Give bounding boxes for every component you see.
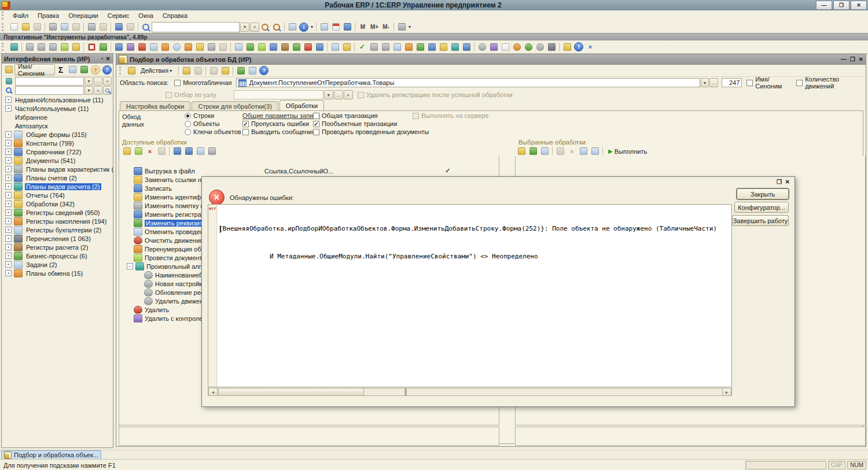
gear-orange-icon[interactable] <box>512 42 522 52</box>
sidebar-search-input[interactable] <box>15 86 84 95</box>
code-e-icon[interactable] <box>500 42 510 52</box>
post-posted-documents-checkbox[interactable]: Проводить проведенные документы <box>313 128 429 136</box>
window-edit-icon[interactable] <box>562 42 572 52</box>
search-clear-icon[interactable]: × <box>250 23 259 32</box>
scroll-splitter[interactable] <box>404 388 407 395</box>
tree-item-accum-registers[interactable]: +Регистры накопления (194) <box>2 217 113 225</box>
quick-search-input[interactable] <box>152 23 239 31</box>
filter-dropdown-icon[interactable]: ▾ <box>84 77 93 86</box>
import-icon[interactable] <box>208 66 219 76</box>
toolbar-grip[interactable] <box>2 23 6 31</box>
search-object-field[interactable]: Документ.ПоступлениеОтПереработчика.Това… <box>236 78 700 87</box>
menu-windows[interactable]: Окна <box>134 11 158 20</box>
minus-gray-icon[interactable] <box>218 42 228 52</box>
tree-item-tasks[interactable]: +Задачи (2) <box>2 260 113 269</box>
menu-file[interactable]: Файл <box>8 11 33 20</box>
print-preview-icon[interactable] <box>98 22 108 32</box>
form-settings-icon[interactable] <box>126 66 137 76</box>
quick-search-combobox[interactable] <box>152 22 240 32</box>
tree-item-recently-used[interactable]: +НедавноИспользованные (11) <box>2 95 113 104</box>
key-icon[interactable] <box>194 42 205 52</box>
add-setting-icon[interactable] <box>555 146 565 156</box>
toolbar-grip[interactable] <box>2 43 6 51</box>
delete-icon[interactable]: × <box>145 146 155 156</box>
help-orange-icon[interactable]: ? <box>90 65 101 75</box>
doc-help-icon[interactable]: ? <box>259 66 269 76</box>
tree-item-calc-registers[interactable]: +Регистры расчета (2) <box>2 243 113 251</box>
nodes-icon[interactable] <box>268 42 278 52</box>
gear-green-icon[interactable] <box>523 42 534 52</box>
close-button[interactable]: ✕ <box>851 1 867 10</box>
tree-item-calc-kinds[interactable]: +Планы видов расчета (2) <box>2 182 113 191</box>
check-settings-icon[interactable] <box>528 146 538 156</box>
new-document-icon[interactable] <box>9 22 19 32</box>
info-dropdown-icon[interactable]: ▾ <box>310 24 314 29</box>
name-synonym-checkbox[interactable]: Имя/Синоним <box>746 76 792 90</box>
save-icon[interactable] <box>156 146 167 156</box>
object-ellipsis-button[interactable]: … <box>709 78 718 87</box>
search-clear-icon[interactable]: × <box>94 86 102 95</box>
quit-button[interactable]: Завершить работу <box>732 215 789 226</box>
ruler-icon[interactable] <box>71 42 81 52</box>
node-filter-checkbox[interactable]: Отбор по узлу <box>165 91 216 98</box>
move-down-icon[interactable] <box>590 146 600 156</box>
sort-z-icon[interactable] <box>392 42 402 52</box>
name-synonym-toggle[interactable]: Имя/Синоним <box>14 64 55 75</box>
console-icon[interactable] <box>546 42 557 52</box>
tree-item-frequently-used[interactable]: +ЧастоИспользуемые (11) <box>2 104 113 113</box>
interface-panel-caption[interactable]: Интерфейсная панель (ИР) • ✕ <box>2 54 113 64</box>
pin-icon[interactable]: • <box>101 55 104 62</box>
info-icon[interactable]: i <box>299 22 309 32</box>
menu-operations[interactable]: Операции <box>64 11 102 20</box>
form-p-icon[interactable] <box>36 42 46 52</box>
tab-processings[interactable]: Обработки <box>279 100 324 111</box>
menu-help[interactable]: Справка <box>158 11 192 20</box>
tree-item-favorites[interactable]: Избранное <box>2 113 113 121</box>
undo-icon[interactable] <box>113 22 124 32</box>
save-settings-icon[interactable] <box>193 66 203 76</box>
brush-icon[interactable] <box>279 42 290 52</box>
list-item-export-to-file[interactable]: Выгрузка в файл Ссылка,СсылочныйО... ✓ <box>119 166 498 175</box>
tree-item-char-kinds[interactable]: +Планы видов характеристик (19) <box>2 165 113 173</box>
tree-item-data-processors[interactable]: +Обработки (342) <box>2 199 113 208</box>
service-dropdown-icon[interactable]: ▾ <box>407 24 412 29</box>
scroll-right-icon[interactable]: ► <box>722 388 731 396</box>
timer-icon[interactable] <box>477 42 487 52</box>
tree-item-enums[interactable]: +Перечисления (1 063) <box>2 234 113 243</box>
copy-icon[interactable] <box>59 22 69 32</box>
tree-item-exchange-plans[interactable]: +Планы обмена (15) <box>2 269 113 277</box>
navigate-icon[interactable] <box>113 42 124 52</box>
doc-restore-icon[interactable]: ❐ <box>850 56 855 62</box>
zoom-out-icon[interactable] <box>271 22 282 32</box>
globe-save-icon[interactable] <box>450 42 460 52</box>
radio-rows[interactable]: Строки <box>185 112 241 120</box>
print-icon[interactable] <box>86 22 97 32</box>
windows-list-icon[interactable] <box>287 22 297 32</box>
run-export-icon[interactable] <box>98 42 108 52</box>
storage-icon[interactable] <box>206 42 216 52</box>
save-disk-icon[interactable] <box>461 42 472 52</box>
form-k-icon[interactable] <box>47 42 58 52</box>
dialog-close-icon[interactable]: ✕ <box>785 179 790 185</box>
find-icon[interactable] <box>141 22 151 32</box>
export-icon[interactable] <box>220 66 230 76</box>
redirect-icon[interactable] <box>314 42 325 52</box>
paste-icon[interactable] <box>71 22 81 32</box>
restore-button[interactable]: ❐ <box>833 1 849 10</box>
write-params-link[interactable]: Общие параметры записи <box>242 112 320 119</box>
add-icon[interactable] <box>133 146 144 156</box>
tree-item-chart-accounts[interactable]: +Планы счетов (2) <box>2 173 113 182</box>
tree-item-constants[interactable]: +Константы (799) <box>2 139 113 147</box>
panel-a-icon[interactable] <box>369 42 379 52</box>
download-icon[interactable] <box>256 42 267 52</box>
radio-object-keys[interactable]: Ключи объектов <box>185 128 241 136</box>
move-out-icon[interactable] <box>183 146 194 156</box>
events-icon[interactable] <box>59 42 69 52</box>
search-small-icon[interactable] <box>3 86 14 95</box>
table-add-icon[interactable] <box>291 42 301 52</box>
tree-item-reports[interactable]: +Отчеты (764) <box>2 191 113 199</box>
tab-selection-settings[interactable]: Настройка выборки <box>120 101 190 111</box>
sigma-icon[interactable]: Σ <box>56 65 66 75</box>
print-list-icon[interactable] <box>207 146 217 156</box>
search-doc-icon[interactable] <box>341 42 352 52</box>
